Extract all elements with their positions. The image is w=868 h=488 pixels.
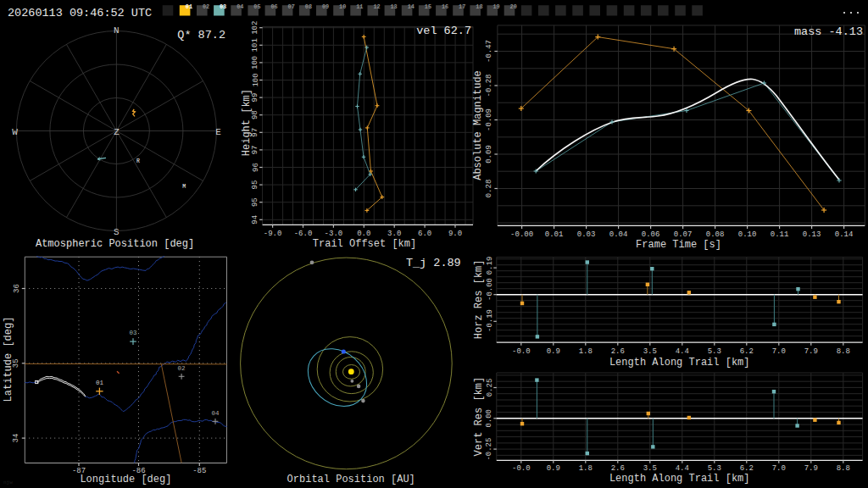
svg-text:14: 14 xyxy=(408,3,415,10)
svg-text:13: 13 xyxy=(391,3,398,10)
svg-text:7.9: 7.9 xyxy=(804,347,818,356)
svg-text:3.5: 3.5 xyxy=(643,347,657,356)
svg-text:5.3: 5.3 xyxy=(708,464,721,473)
svg-text:M: M xyxy=(182,184,186,190)
svg-text:7.0: 7.0 xyxy=(772,464,786,473)
svg-text:36: 36 xyxy=(13,284,21,293)
svg-text:0.03: 0.03 xyxy=(577,230,596,239)
svg-text:0.0: 0.0 xyxy=(357,230,370,238)
svg-text:E: E xyxy=(215,127,221,137)
svg-text:102: 102 xyxy=(252,21,260,35)
svg-text:94: 94 xyxy=(252,215,260,225)
svg-text:0.06: 0.06 xyxy=(642,230,660,239)
svg-text:0.11: 0.11 xyxy=(771,230,789,239)
svg-text:01: 01 xyxy=(186,3,192,10)
svg-text:3.5: 3.5 xyxy=(643,464,657,473)
svg-text:-0.47: -0.47 xyxy=(485,40,493,63)
svg-text:njw: njw xyxy=(3,480,13,485)
svg-text:10: 10 xyxy=(339,3,346,10)
svg-text:6.0: 6.0 xyxy=(418,230,431,238)
svg-text:Orbital Position [AU]: Orbital Position [AU] xyxy=(287,474,415,485)
svg-text:34: 34 xyxy=(13,434,21,443)
svg-text:-0.00: -0.00 xyxy=(486,278,494,301)
svg-text:-0.09: -0.09 xyxy=(485,108,493,131)
svg-text:01: 01 xyxy=(96,380,104,386)
svg-text:0.04: 0.04 xyxy=(609,230,628,239)
svg-text:0.01: 0.01 xyxy=(545,230,564,239)
svg-text:17: 17 xyxy=(459,3,465,10)
svg-text:Vert Res [km]: Vert Res [km] xyxy=(474,377,486,457)
svg-text:03: 03 xyxy=(220,3,226,10)
svg-text:101: 101 xyxy=(252,38,260,52)
svg-text:Absolute Magnitude: Absolute Magnitude xyxy=(472,70,484,180)
svg-text:7.0: 7.0 xyxy=(772,347,786,356)
svg-text:02: 02 xyxy=(178,365,186,372)
svg-text:18: 18 xyxy=(476,3,482,10)
svg-text:9.0: 9.0 xyxy=(448,230,462,238)
svg-text:3.0: 3.0 xyxy=(387,230,401,238)
svg-text:0.08: 0.08 xyxy=(706,230,725,239)
svg-text:100: 100 xyxy=(252,73,260,86)
svg-text:-0.00: -0.00 xyxy=(510,230,533,239)
svg-text:Height [km]: Height [km] xyxy=(241,89,253,156)
svg-text:-0.0: -0.0 xyxy=(512,464,531,473)
svg-text:0.19: 0.19 xyxy=(486,257,494,275)
svg-text:95: 95 xyxy=(252,180,260,190)
svg-text:0.07: 0.07 xyxy=(674,230,693,239)
svg-text:Trail Offset [km]: Trail Offset [km] xyxy=(313,238,416,250)
svg-text:2.6: 2.6 xyxy=(611,347,625,356)
svg-text:11: 11 xyxy=(356,3,363,10)
svg-text:-6.0: -6.0 xyxy=(294,230,313,238)
svg-text:Length Along Trail [km]: Length Along Trail [km] xyxy=(609,473,750,485)
svg-text:6.2: 6.2 xyxy=(740,347,754,356)
svg-text:04: 04 xyxy=(211,410,220,417)
svg-text:8.8: 8.8 xyxy=(837,464,850,473)
svg-text:N: N xyxy=(114,25,120,36)
svg-text:16: 16 xyxy=(442,3,448,10)
svg-text:20: 20 xyxy=(510,3,517,10)
svg-text:5.3: 5.3 xyxy=(708,347,721,356)
svg-text:-0.0: -0.0 xyxy=(512,347,531,356)
svg-text:S: S xyxy=(114,227,120,237)
svg-text:-0.19: -0.19 xyxy=(486,309,494,332)
svg-text:20260113 09:46:52 UTC: 20260113 09:46:52 UTC xyxy=(8,7,152,19)
svg-text:1.8: 1.8 xyxy=(579,347,593,356)
svg-text:05: 05 xyxy=(253,3,260,10)
svg-text:Frame Time [s]: Frame Time [s] xyxy=(636,239,721,251)
svg-text:mass -4.13: mass -4.13 xyxy=(794,25,863,38)
svg-text:Latitude [deg]: Latitude [deg] xyxy=(3,317,14,402)
svg-text:03: 03 xyxy=(129,330,137,336)
svg-text:Z: Z xyxy=(114,127,120,137)
svg-text:15: 15 xyxy=(425,3,431,10)
svg-text:0.14: 0.14 xyxy=(835,230,854,239)
svg-text:0.28: 0.28 xyxy=(485,180,493,198)
svg-text:vel 62.7: vel 62.7 xyxy=(416,25,471,37)
svg-text:0.10: 0.10 xyxy=(738,230,757,239)
svg-text:0.9: 0.9 xyxy=(547,464,560,473)
svg-text:2.6: 2.6 xyxy=(611,464,625,473)
svg-text:0.09: 0.09 xyxy=(485,145,493,164)
svg-text:-0.28: -0.28 xyxy=(485,74,493,97)
svg-text:95: 95 xyxy=(252,197,260,207)
svg-text:R: R xyxy=(136,158,140,164)
svg-text:0.25: 0.25 xyxy=(486,379,494,397)
svg-text:4.4: 4.4 xyxy=(676,464,689,473)
svg-text:7.9: 7.9 xyxy=(804,464,818,473)
svg-text:100: 100 xyxy=(252,56,260,69)
svg-text:W: W xyxy=(12,127,18,137)
svg-text:T_j 2.89: T_j 2.89 xyxy=(406,257,461,269)
svg-text:6.2: 6.2 xyxy=(740,464,754,473)
svg-text:-3.0: -3.0 xyxy=(325,230,343,238)
svg-text:Length Along Trail [km]: Length Along Trail [km] xyxy=(609,357,750,369)
svg-text:08: 08 xyxy=(305,3,312,10)
svg-text:Longitude [deg]: Longitude [deg] xyxy=(80,474,171,485)
svg-text:-85: -85 xyxy=(192,467,206,475)
svg-text:96: 96 xyxy=(252,163,260,172)
svg-text:0.13: 0.13 xyxy=(803,230,821,239)
svg-text:12: 12 xyxy=(373,3,380,10)
svg-text:1.8: 1.8 xyxy=(579,464,593,473)
svg-text:Horz Res [km]: Horz Res [km] xyxy=(474,260,486,340)
svg-text:04: 04 xyxy=(236,3,243,10)
svg-text:0.00: 0.00 xyxy=(486,409,494,428)
svg-text:Q* 87.2: Q* 87.2 xyxy=(177,29,225,42)
